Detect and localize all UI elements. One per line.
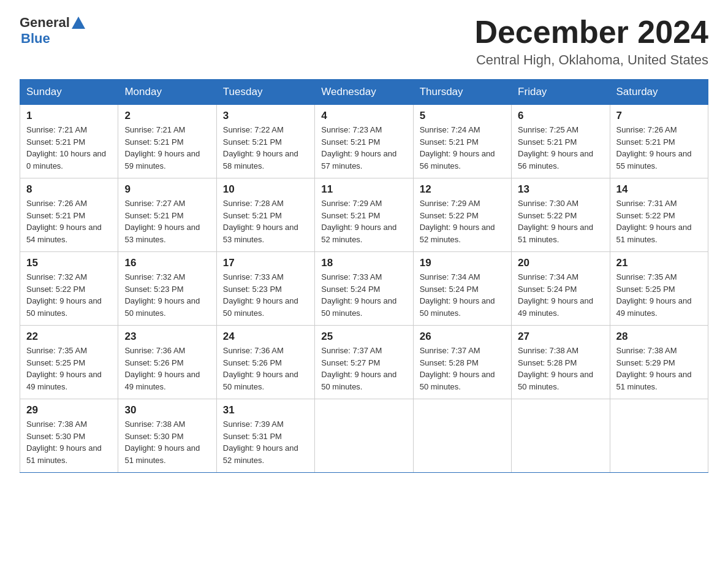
day-number: 11 [321,183,406,196]
day-info: Sunrise: 7:39 AMSunset: 5:31 PMDaylight:… [223,419,298,465]
calendar-cell: 26 Sunrise: 7:37 AMSunset: 5:28 PMDaylig… [413,326,511,399]
day-number: 27 [518,331,603,343]
calendar-cell [413,399,511,473]
day-number: 24 [223,331,308,343]
day-info: Sunrise: 7:30 AMSunset: 5:22 PMDaylight:… [518,199,593,244]
day-info: Sunrise: 7:37 AMSunset: 5:28 PMDaylight:… [420,346,495,391]
svg-marker-0 [72,17,85,29]
day-number: 21 [616,257,702,269]
calendar-week-row: 1 Sunrise: 7:21 AMSunset: 5:21 PMDayligh… [20,105,708,178]
day-info: Sunrise: 7:36 AMSunset: 5:26 PMDaylight:… [223,346,298,391]
calendar-cell: 17 Sunrise: 7:33 AMSunset: 5:23 PMDaylig… [216,252,314,326]
day-number: 2 [124,110,210,122]
calendar-cell: 31 Sunrise: 7:39 AMSunset: 5:31 PMDaylig… [216,399,314,473]
calendar-table: SundayMondayTuesdayWednesdayThursdayFrid… [20,79,708,473]
day-number: 3 [223,110,308,122]
calendar-cell: 27 Sunrise: 7:38 AMSunset: 5:28 PMDaylig… [512,326,610,399]
calendar-cell: 9 Sunrise: 7:27 AMSunset: 5:21 PMDayligh… [118,178,216,252]
calendar-cell: 8 Sunrise: 7:26 AMSunset: 5:21 PMDayligh… [20,178,118,252]
calendar-cell: 24 Sunrise: 7:36 AMSunset: 5:26 PMDaylig… [216,326,314,399]
calendar-cell: 2 Sunrise: 7:21 AMSunset: 5:21 PMDayligh… [118,105,216,178]
logo-general-text: General [20,15,70,31]
month-title: December 2024 [474,15,708,50]
calendar-cell: 7 Sunrise: 7:26 AMSunset: 5:21 PMDayligh… [610,105,708,178]
day-number: 28 [616,331,702,343]
day-info: Sunrise: 7:24 AMSunset: 5:21 PMDaylight:… [420,125,495,170]
day-number: 5 [420,110,505,122]
day-number: 26 [420,331,505,343]
calendar-cell: 20 Sunrise: 7:34 AMSunset: 5:24 PMDaylig… [512,252,610,326]
day-info: Sunrise: 7:22 AMSunset: 5:21 PMDaylight:… [223,125,298,170]
day-info: Sunrise: 7:35 AMSunset: 5:25 PMDaylight:… [616,272,692,318]
day-info: Sunrise: 7:38 AMSunset: 5:30 PMDaylight:… [124,419,200,465]
calendar-cell: 6 Sunrise: 7:25 AMSunset: 5:21 PMDayligh… [512,105,610,178]
calendar-cell: 22 Sunrise: 7:35 AMSunset: 5:25 PMDaylig… [20,326,118,399]
calendar-cell: 25 Sunrise: 7:37 AMSunset: 5:27 PMDaylig… [315,326,413,399]
day-number: 23 [124,331,210,343]
calendar-week-row: 29 Sunrise: 7:38 AMSunset: 5:30 PMDaylig… [20,399,708,473]
calendar-cell [610,399,708,473]
day-info: Sunrise: 7:27 AMSunset: 5:21 PMDaylight:… [124,199,200,244]
calendar-cell: 13 Sunrise: 7:30 AMSunset: 5:22 PMDaylig… [512,178,610,252]
calendar-header-wednesday: Wednesday [315,80,413,105]
calendar-cell: 11 Sunrise: 7:29 AMSunset: 5:21 PMDaylig… [315,178,413,252]
calendar-cell: 18 Sunrise: 7:33 AMSunset: 5:24 PMDaylig… [315,252,413,326]
calendar-header-saturday: Saturday [610,80,708,105]
calendar-header-row: SundayMondayTuesdayWednesdayThursdayFrid… [20,80,708,105]
day-number: 4 [321,110,406,122]
calendar-cell: 21 Sunrise: 7:35 AMSunset: 5:25 PMDaylig… [610,252,708,326]
page-header: General Blue December 2024 Central High,… [20,15,708,68]
day-info: Sunrise: 7:33 AMSunset: 5:23 PMDaylight:… [223,272,298,318]
calendar-cell [512,399,610,473]
day-number: 9 [124,183,210,196]
day-number: 19 [420,257,505,269]
day-number: 22 [26,331,112,343]
calendar-header-monday: Monday [118,80,216,105]
calendar-cell: 1 Sunrise: 7:21 AMSunset: 5:21 PMDayligh… [20,105,118,178]
logo-blue-text: Blue [21,31,50,47]
calendar-cell: 5 Sunrise: 7:24 AMSunset: 5:21 PMDayligh… [413,105,511,178]
calendar-header-thursday: Thursday [413,80,511,105]
calendar-cell: 15 Sunrise: 7:32 AMSunset: 5:22 PMDaylig… [20,252,118,326]
calendar-cell: 12 Sunrise: 7:29 AMSunset: 5:22 PMDaylig… [413,178,511,252]
calendar-cell [315,399,413,473]
day-number: 7 [616,110,702,122]
day-info: Sunrise: 7:21 AMSunset: 5:21 PMDaylight:… [26,125,106,170]
day-number: 6 [518,110,603,122]
day-number: 16 [124,257,210,269]
day-info: Sunrise: 7:28 AMSunset: 5:21 PMDaylight:… [223,199,298,244]
day-number: 17 [223,257,308,269]
day-info: Sunrise: 7:23 AMSunset: 5:21 PMDaylight:… [321,125,396,170]
day-number: 14 [616,183,702,196]
calendar-cell: 16 Sunrise: 7:32 AMSunset: 5:23 PMDaylig… [118,252,216,326]
logo-line1: General [20,15,85,31]
day-info: Sunrise: 7:37 AMSunset: 5:27 PMDaylight:… [321,346,396,391]
day-info: Sunrise: 7:31 AMSunset: 5:22 PMDaylight:… [616,199,692,244]
day-info: Sunrise: 7:38 AMSunset: 5:30 PMDaylight:… [26,419,102,465]
title-section: December 2024 Central High, Oklahoma, Un… [474,15,708,68]
logo: General Blue [20,15,85,47]
calendar-cell: 4 Sunrise: 7:23 AMSunset: 5:21 PMDayligh… [315,105,413,178]
location-title: Central High, Oklahoma, United States [474,52,708,68]
calendar-cell: 29 Sunrise: 7:38 AMSunset: 5:30 PMDaylig… [20,399,118,473]
day-info: Sunrise: 7:36 AMSunset: 5:26 PMDaylight:… [124,346,200,391]
day-info: Sunrise: 7:21 AMSunset: 5:21 PMDaylight:… [124,125,200,170]
day-info: Sunrise: 7:32 AMSunset: 5:23 PMDaylight:… [124,272,200,318]
day-number: 31 [223,404,308,416]
calendar-cell: 28 Sunrise: 7:38 AMSunset: 5:29 PMDaylig… [610,326,708,399]
logo-arrow-icon [72,17,85,29]
day-number: 15 [26,257,112,269]
day-number: 8 [26,183,112,196]
calendar-week-row: 15 Sunrise: 7:32 AMSunset: 5:22 PMDaylig… [20,252,708,326]
calendar-cell: 14 Sunrise: 7:31 AMSunset: 5:22 PMDaylig… [610,178,708,252]
day-number: 13 [518,183,603,196]
day-info: Sunrise: 7:38 AMSunset: 5:29 PMDaylight:… [616,346,692,391]
calendar-cell: 10 Sunrise: 7:28 AMSunset: 5:21 PMDaylig… [216,178,314,252]
day-info: Sunrise: 7:34 AMSunset: 5:24 PMDaylight:… [420,272,495,318]
day-number: 20 [518,257,603,269]
calendar-header-tuesday: Tuesday [216,80,314,105]
day-number: 25 [321,331,406,343]
day-info: Sunrise: 7:26 AMSunset: 5:21 PMDaylight:… [616,125,692,170]
calendar-header-sunday: Sunday [20,80,118,105]
calendar-cell: 3 Sunrise: 7:22 AMSunset: 5:21 PMDayligh… [216,105,314,178]
